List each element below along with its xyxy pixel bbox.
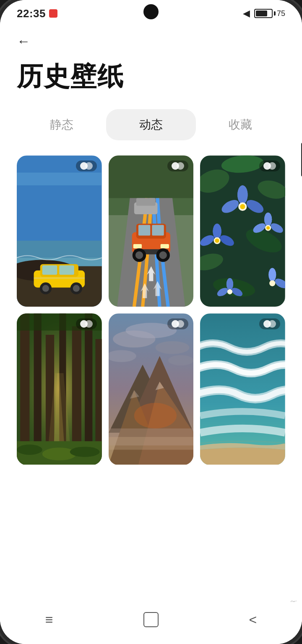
wallpaper-grid [17, 155, 285, 473]
tab-static[interactable]: 静态 [17, 109, 106, 140]
svg-rect-9 [59, 265, 74, 275]
back-button[interactable]: ← [17, 32, 35, 50]
svg-rect-26 [160, 244, 169, 248]
circle-right-4 [85, 320, 93, 328]
rec-indicator [49, 9, 57, 18]
live-circles-6 [263, 320, 276, 328]
battery-body [254, 9, 273, 18]
svg-point-89 [168, 355, 194, 365]
phone-screen: 22:35 ◀ 75 ← 历史壁纸 [0, 0, 302, 644]
svg-point-86 [155, 341, 189, 354]
live-icon-3 [259, 160, 280, 171]
circle-right-2 [177, 162, 184, 170]
svg-rect-14 [34, 277, 85, 279]
svg-rect-8 [42, 265, 57, 275]
live-icon-6 [259, 318, 280, 329]
live-circles-5 [172, 320, 184, 328]
svg-point-64 [227, 289, 232, 294]
live-icon-4 [76, 318, 97, 329]
circle-right-3 [268, 162, 276, 170]
circle-right-5 [177, 320, 184, 328]
svg-point-65 [268, 268, 276, 281]
svg-point-67 [270, 280, 276, 286]
svg-rect-25 [133, 244, 141, 248]
nav-home-icon[interactable] [143, 612, 159, 627]
svg-point-47 [240, 204, 245, 209]
live-icon-1 [76, 160, 97, 171]
live-circles-3 [263, 162, 276, 170]
svg-point-51 [213, 223, 221, 239]
circle-right-1 [85, 162, 93, 170]
status-bar: 22:35 ◀ 75 [0, 0, 302, 24]
tabs-container: 静态 动态 收藏 [17, 109, 285, 140]
svg-point-13 [73, 285, 80, 292]
live-circles-2 [172, 162, 184, 170]
svg-rect-27 [138, 225, 150, 235]
live-circles-4 [80, 320, 93, 328]
svg-point-80 [17, 445, 42, 455]
live-icon-2 [167, 160, 188, 171]
svg-rect-1 [17, 173, 102, 185]
app-content: ← 历史壁纸 静态 动态 收藏 [0, 24, 302, 473]
svg-point-53 [215, 239, 219, 243]
svg-rect-28 [152, 225, 164, 235]
svg-point-45 [238, 185, 248, 204]
camera-notch [143, 4, 159, 19]
wallpaper-card-6[interactable] [200, 313, 285, 465]
svg-point-82 [70, 447, 100, 457]
status-left: 22:35 [17, 7, 57, 20]
live-icon-5 [167, 318, 188, 329]
nav-menu-icon[interactable]: ≡ [45, 612, 53, 628]
page-title: 历史壁纸 [17, 59, 285, 94]
watermark: 新浪人人测 [289, 594, 299, 598]
svg-point-81 [42, 448, 76, 460]
clock: 22:35 [17, 7, 46, 20]
svg-point-11 [42, 285, 49, 292]
phone-frame: 22:35 ◀ 75 ← 历史壁纸 [0, 0, 302, 644]
signal-icon: ◀ [243, 8, 250, 19]
nav-back-icon[interactable]: < [249, 612, 257, 628]
svg-rect-98 [109, 437, 194, 449]
wallpaper-card-5[interactable] [109, 313, 194, 465]
battery-fill [256, 11, 267, 16]
bottom-nav: ≡ < [0, 602, 302, 644]
wallpaper-card-2[interactable] [109, 155, 194, 307]
wallpaper-card-3[interactable] [200, 155, 285, 307]
svg-point-32 [159, 251, 167, 259]
tab-dynamic[interactable]: 动态 [106, 109, 195, 140]
status-right: ◀ 75 [243, 8, 285, 19]
svg-point-57 [264, 213, 272, 226]
svg-point-30 [135, 251, 143, 259]
live-circles-1 [80, 162, 93, 170]
svg-point-96 [134, 403, 176, 428]
battery-container: 75 [254, 9, 285, 18]
battery-text: 75 [277, 9, 285, 18]
circle-right-6 [268, 320, 276, 328]
tab-favorite[interactable]: 收藏 [196, 109, 285, 140]
svg-point-59 [266, 226, 270, 229]
wallpaper-card-1[interactable] [17, 155, 102, 307]
wallpaper-card-4[interactable] [17, 313, 102, 465]
svg-point-63 [226, 278, 233, 290]
battery-tip [274, 11, 276, 16]
svg-rect-34 [136, 198, 156, 206]
